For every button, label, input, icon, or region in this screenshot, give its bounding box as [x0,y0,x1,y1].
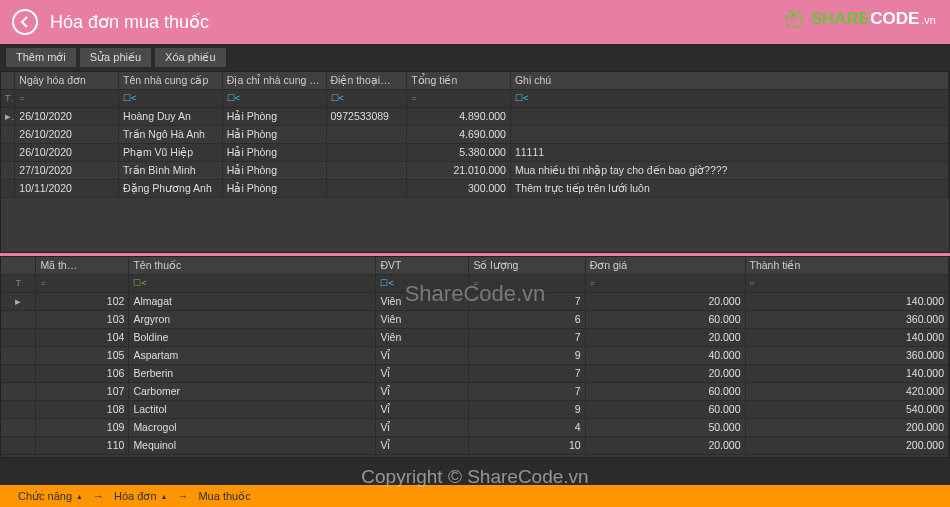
column-header[interactable]: Đơn giá [585,257,745,275]
logo-icon [783,8,805,30]
column-header[interactable]: Tổng tiền [407,72,511,90]
nav-buy[interactable]: Mua thuốc [198,490,250,503]
filter-cell[interactable]: ☐< [222,90,326,108]
filter-cell[interactable]: ☐< [376,275,469,293]
filter-cell[interactable]: = [407,90,511,108]
header-bar: Hóa đơn mua thuốc SHARECODE.vn [0,0,950,44]
column-header[interactable]: Tên thuốc [129,257,376,275]
column-header[interactable]: ĐVT [376,257,469,275]
column-header[interactable]: Địa chỉ nhà cung cấp [222,72,326,90]
table-row[interactable]: 26/10/2020Phạm Vũ HiệpHải Phòng5.380.000… [1,144,949,162]
filter-cell[interactable]: = [469,275,585,293]
filter-cell[interactable]: = [15,90,119,108]
filter-cell[interactable]: ☐< [119,90,223,108]
filter-cell[interactable]: T [1,90,15,108]
detail-grid[interactable]: Mã th…Tên thuốcĐVTSố lượngĐơn giáThành t… [0,256,950,458]
column-header[interactable] [1,257,36,275]
filter-cell[interactable]: ☐< [129,275,376,293]
delete-button[interactable]: Xóa phiếu [155,48,225,67]
column-header[interactable]: Điện thoại… [326,72,407,90]
chevron-right-icon: → [177,490,188,502]
table-row[interactable]: 107CarbomerVỉ760.000420.000 [1,383,949,401]
back-button[interactable] [12,9,38,35]
table-row[interactable]: 104BoldineViên720.000140.000 [1,329,949,347]
column-header[interactable] [1,72,15,90]
table-row[interactable]: ▸102AlmagatViên720.000140.000 [1,293,949,311]
filter-cell[interactable]: ☐< [510,90,948,108]
column-header[interactable]: Số lượng [469,257,585,275]
table-row[interactable]: 106BerberinVỉ720.000140.000 [1,365,949,383]
invoice-grid[interactable]: Ngày hóa đơnTên nhà cung cấpĐịa chỉ nhà … [0,71,950,253]
filter-cell[interactable]: T [1,275,36,293]
table-row[interactable]: 105AspartamVỉ940.000360.000 [1,347,949,365]
chevron-right-icon: → [93,490,104,502]
filter-cell[interactable]: = [585,275,745,293]
column-header[interactable]: Tên nhà cung cấp [119,72,223,90]
column-header[interactable]: Ghi chú [510,72,948,90]
table-row[interactable]: 109MacrogolVỉ450.000200.000 [1,419,949,437]
table-row[interactable]: 110MequinolVỉ1020.000200.000 [1,437,949,455]
filter-cell[interactable]: = [745,275,948,293]
table-row[interactable]: 111NaproxenVỉ450.000200.000 [1,455,949,459]
table-row[interactable]: 103ArgyronViên660.000360.000 [1,311,949,329]
toolbar: Thêm mới Sửa phiếu Xóa phiếu [0,44,950,71]
table-row[interactable]: 108LactitolVỉ960.000540.000 [1,401,949,419]
column-header[interactable]: Mã th… [36,257,129,275]
filter-cell[interactable]: ☐< [326,90,407,108]
page-title: Hóa đơn mua thuốc [50,11,209,33]
brand-logo: SHARECODE.vn [783,8,936,30]
table-row[interactable]: 10/11/2020Đặng Phương AnhHải Phòng300.00… [1,180,949,198]
filter-cell[interactable]: = [36,275,129,293]
nav-invoice[interactable]: Hóa đơn ▲ [114,490,167,503]
table-row[interactable]: 27/10/2020Trần Bình MinhHải Phòng21.010.… [1,162,949,180]
column-header[interactable]: Thành tiền [745,257,948,275]
column-header[interactable]: Ngày hóa đơn [15,72,119,90]
table-row[interactable]: 26/10/2020Trần Ngô Hà AnhHải Phòng4.690.… [1,126,949,144]
breadcrumb-nav: Chức năng ▲ → Hóa đơn ▲ → Mua thuốc [0,485,950,507]
edit-button[interactable]: Sửa phiếu [80,48,151,67]
table-row[interactable]: ▸26/10/2020Hoàng Duy AnHải Phòng09725330… [1,108,949,126]
add-button[interactable]: Thêm mới [6,48,76,67]
nav-func[interactable]: Chức năng ▲ [18,490,83,503]
